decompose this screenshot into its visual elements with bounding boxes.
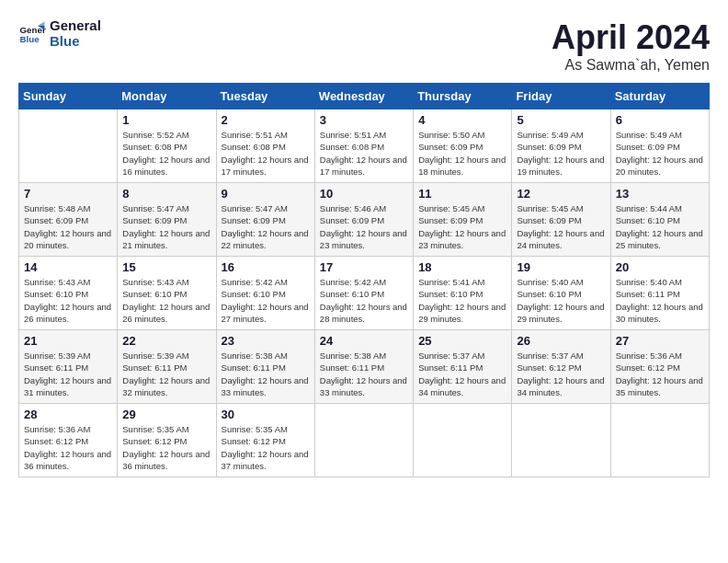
day-number: 27 — [616, 334, 704, 348]
day-number: 22 — [122, 334, 210, 348]
calendar-cell: 1Sunrise: 5:52 AM Sunset: 6:08 PM Daylig… — [118, 109, 216, 183]
day-info: Sunrise: 5:45 AM Sunset: 6:09 PM Dayligh… — [517, 202, 605, 251]
calendar-cell: 15Sunrise: 5:43 AM Sunset: 6:10 PM Dayli… — [118, 257, 216, 330]
logo: General Blue General Blue — [18, 18, 101, 49]
logo-line2: Blue — [50, 34, 101, 50]
day-info: Sunrise: 5:39 AM Sunset: 6:11 PM Dayligh… — [122, 350, 210, 398]
day-info: Sunrise: 5:44 AM Sunset: 6:10 PM Dayligh… — [616, 202, 704, 251]
calendar-week-row: 7Sunrise: 5:48 AM Sunset: 6:09 PM Daylig… — [19, 183, 710, 257]
day-number: 2 — [222, 113, 310, 127]
day-info: Sunrise: 5:46 AM Sunset: 6:09 PM Dayligh… — [320, 202, 408, 251]
day-number: 16 — [222, 260, 310, 274]
calendar-cell: 2Sunrise: 5:51 AM Sunset: 6:08 PM Daylig… — [216, 109, 314, 183]
weekday-header: Friday — [512, 84, 610, 109]
calendar-cell: 25Sunrise: 5:37 AM Sunset: 6:11 PM Dayli… — [414, 330, 512, 404]
calendar-cell: 7Sunrise: 5:48 AM Sunset: 6:09 PM Daylig… — [19, 183, 118, 257]
calendar-table: SundayMondayTuesdayWednesdayThursdayFrid… — [18, 83, 710, 477]
logo-line1: General — [50, 18, 101, 34]
weekday-header: Tuesday — [216, 84, 314, 109]
calendar-cell — [512, 404, 610, 477]
weekday-header: Monday — [118, 84, 216, 109]
day-info: Sunrise: 5:40 AM Sunset: 6:11 PM Dayligh… — [616, 276, 704, 325]
calendar-cell: 17Sunrise: 5:42 AM Sunset: 6:10 PM Dayli… — [314, 257, 413, 330]
day-number: 20 — [616, 260, 704, 274]
day-info: Sunrise: 5:36 AM Sunset: 6:12 PM Dayligh… — [616, 350, 704, 398]
calendar-cell: 9Sunrise: 5:47 AM Sunset: 6:09 PM Daylig… — [216, 183, 314, 257]
day-info: Sunrise: 5:37 AM Sunset: 6:11 PM Dayligh… — [418, 350, 506, 398]
weekday-header: Wednesday — [314, 84, 413, 109]
day-info: Sunrise: 5:43 AM Sunset: 6:10 PM Dayligh… — [24, 276, 112, 325]
day-info: Sunrise: 5:51 AM Sunset: 6:08 PM Dayligh… — [222, 129, 310, 178]
day-info: Sunrise: 5:35 AM Sunset: 6:12 PM Dayligh… — [222, 423, 310, 472]
day-number: 5 — [517, 113, 605, 127]
day-info: Sunrise: 5:38 AM Sunset: 6:11 PM Dayligh… — [320, 350, 408, 398]
month-title: April 2024 — [552, 18, 710, 57]
day-info: Sunrise: 5:42 AM Sunset: 6:10 PM Dayligh… — [320, 276, 408, 325]
day-number: 19 — [517, 260, 605, 274]
day-number: 11 — [418, 187, 506, 201]
page-header: General Blue General Blue April 2024 As … — [18, 18, 710, 74]
day-info: Sunrise: 5:47 AM Sunset: 6:09 PM Dayligh… — [222, 202, 310, 251]
calendar-cell: 10Sunrise: 5:46 AM Sunset: 6:09 PM Dayli… — [314, 183, 413, 257]
day-info: Sunrise: 5:48 AM Sunset: 6:09 PM Dayligh… — [24, 202, 112, 251]
calendar-cell — [314, 404, 413, 477]
svg-marker-3 — [38, 21, 45, 26]
day-number: 13 — [616, 187, 704, 201]
day-info: Sunrise: 5:50 AM Sunset: 6:09 PM Dayligh… — [418, 129, 506, 178]
calendar-cell: 27Sunrise: 5:36 AM Sunset: 6:12 PM Dayli… — [610, 330, 709, 404]
day-number: 10 — [320, 187, 408, 201]
day-number: 17 — [320, 260, 408, 274]
calendar-cell: 5Sunrise: 5:49 AM Sunset: 6:09 PM Daylig… — [512, 109, 610, 183]
day-info: Sunrise: 5:49 AM Sunset: 6:09 PM Dayligh… — [616, 129, 704, 178]
day-number: 15 — [122, 260, 210, 274]
day-number: 8 — [122, 187, 210, 201]
calendar-cell: 6Sunrise: 5:49 AM Sunset: 6:09 PM Daylig… — [610, 109, 709, 183]
day-number: 29 — [122, 408, 210, 421]
day-info: Sunrise: 5:37 AM Sunset: 6:12 PM Dayligh… — [517, 350, 605, 398]
calendar-cell — [19, 109, 118, 183]
day-info: Sunrise: 5:41 AM Sunset: 6:10 PM Dayligh… — [418, 276, 506, 325]
day-info: Sunrise: 5:40 AM Sunset: 6:10 PM Dayligh… — [517, 276, 605, 325]
calendar-cell: 23Sunrise: 5:38 AM Sunset: 6:11 PM Dayli… — [216, 330, 314, 404]
calendar-cell: 28Sunrise: 5:36 AM Sunset: 6:12 PM Dayli… — [19, 404, 118, 477]
location-title: As Sawma`ah, Yemen — [552, 57, 710, 74]
day-info: Sunrise: 5:36 AM Sunset: 6:12 PM Dayligh… — [24, 423, 112, 472]
day-info: Sunrise: 5:47 AM Sunset: 6:09 PM Dayligh… — [122, 202, 210, 251]
day-info: Sunrise: 5:45 AM Sunset: 6:09 PM Dayligh… — [418, 202, 506, 251]
header-row: SundayMondayTuesdayWednesdayThursdayFrid… — [19, 84, 710, 109]
calendar-week-row: 21Sunrise: 5:39 AM Sunset: 6:11 PM Dayli… — [19, 330, 710, 404]
weekday-header: Saturday — [610, 84, 709, 109]
calendar-cell: 13Sunrise: 5:44 AM Sunset: 6:10 PM Dayli… — [610, 183, 709, 257]
logo-icon: General Blue — [18, 20, 46, 48]
day-info: Sunrise: 5:42 AM Sunset: 6:10 PM Dayligh… — [222, 276, 310, 325]
calendar-cell: 8Sunrise: 5:47 AM Sunset: 6:09 PM Daylig… — [118, 183, 216, 257]
weekday-header: Sunday — [19, 84, 118, 109]
svg-text:Blue: Blue — [20, 34, 40, 44]
day-info: Sunrise: 5:39 AM Sunset: 6:11 PM Dayligh… — [24, 350, 112, 398]
calendar-cell: 30Sunrise: 5:35 AM Sunset: 6:12 PM Dayli… — [216, 404, 314, 477]
calendar-cell — [610, 404, 709, 477]
day-number: 12 — [517, 187, 605, 201]
weekday-header: Thursday — [414, 84, 512, 109]
day-info: Sunrise: 5:52 AM Sunset: 6:08 PM Dayligh… — [122, 129, 210, 178]
day-number: 26 — [517, 334, 605, 348]
calendar-cell: 24Sunrise: 5:38 AM Sunset: 6:11 PM Dayli… — [314, 330, 413, 404]
day-number: 21 — [24, 334, 112, 348]
day-number: 3 — [320, 113, 408, 127]
calendar-cell: 29Sunrise: 5:35 AM Sunset: 6:12 PM Dayli… — [118, 404, 216, 477]
title-section: April 2024 As Sawma`ah, Yemen — [552, 18, 710, 74]
calendar-cell: 3Sunrise: 5:51 AM Sunset: 6:08 PM Daylig… — [314, 109, 413, 183]
calendar-cell: 16Sunrise: 5:42 AM Sunset: 6:10 PM Dayli… — [216, 257, 314, 330]
calendar-cell — [414, 404, 512, 477]
day-number: 7 — [24, 187, 112, 201]
calendar-cell: 18Sunrise: 5:41 AM Sunset: 6:10 PM Dayli… — [414, 257, 512, 330]
day-info: Sunrise: 5:35 AM Sunset: 6:12 PM Dayligh… — [122, 423, 210, 472]
calendar-cell: 4Sunrise: 5:50 AM Sunset: 6:09 PM Daylig… — [414, 109, 512, 183]
calendar-cell: 26Sunrise: 5:37 AM Sunset: 6:12 PM Dayli… — [512, 330, 610, 404]
day-number: 18 — [418, 260, 506, 274]
day-number: 23 — [222, 334, 310, 348]
day-number: 24 — [320, 334, 408, 348]
calendar-cell: 14Sunrise: 5:43 AM Sunset: 6:10 PM Dayli… — [19, 257, 118, 330]
day-number: 1 — [122, 113, 210, 127]
day-number: 9 — [222, 187, 310, 201]
